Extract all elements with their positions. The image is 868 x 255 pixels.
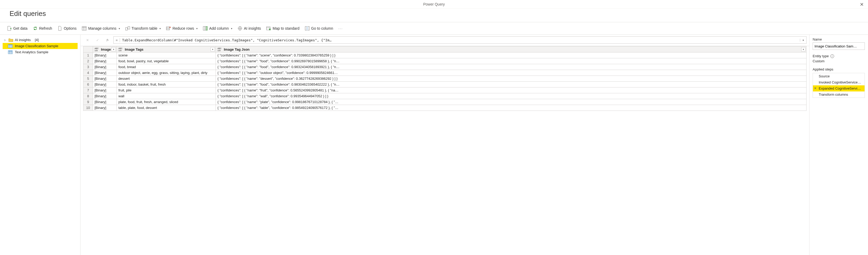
cancel-formula-button[interactable]: ✕ <box>83 36 92 44</box>
add-column-icon <box>203 26 208 31</box>
cell-image-tag-json[interactable]: { "confidences": [ { "name": "food", "co… <box>216 82 807 87</box>
options-button[interactable]: Options <box>55 25 79 32</box>
formula-input[interactable]: Table.ExpandRecordColumn(#"Invoked Cogni… <box>120 38 800 42</box>
row-number[interactable]: 2 <box>84 58 93 64</box>
column-header-image[interactable]: ABC123 Image ▾ <box>93 47 117 53</box>
cell-image-tags[interactable]: wall <box>117 93 216 99</box>
name-label: Name <box>813 37 822 41</box>
cell-image[interactable]: [Binary] <box>93 64 117 70</box>
options-label: Options <box>64 26 76 30</box>
table-row[interactable]: 8[Binary]wall{ "confidences": [ { "name"… <box>84 93 807 99</box>
cell-image-tags[interactable]: outdoor object, aerie, egg, grass, sitti… <box>117 70 216 76</box>
cell-image-tag-json[interactable]: { "confidences": [ { "name": "dessert", … <box>216 76 807 82</box>
cell-image-tags[interactable]: food, bread <box>117 64 216 70</box>
row-number[interactable]: 10 <box>84 105 93 111</box>
applied-step[interactable]: ✕Invoked CognitiveService… <box>813 79 865 85</box>
column-filter-button[interactable]: ▾ <box>211 47 215 51</box>
get-data-button[interactable]: Get data <box>5 25 30 32</box>
cell-image-tags[interactable]: food, bowl, pastry, nut, vegetable <box>117 58 216 64</box>
cell-image[interactable]: [Binary] <box>93 105 117 111</box>
row-number[interactable]: 7 <box>84 87 93 93</box>
table-row[interactable]: 9[Binary]plate, food, fruit, fresh, arra… <box>84 99 807 105</box>
cell-image[interactable]: [Binary] <box>93 82 117 87</box>
go-to-column-button[interactable]: Go to column <box>303 25 335 32</box>
data-grid: ABC123 Image ▾ ABC123 Image Tags ▾ <box>81 46 809 255</box>
chevron-down-icon: ▾ <box>231 27 232 30</box>
fx-button[interactable]: fx <box>103 36 112 44</box>
svg-text:123: 123 <box>217 50 221 51</box>
cell-image[interactable]: [Binary] <box>93 70 117 76</box>
manage-columns-button[interactable]: Manage columns ▾ <box>80 25 122 32</box>
sidebar-item[interactable]: Image Classification Sample <box>3 43 78 49</box>
cell-image-tag-json[interactable]: { "confidences": [ { "name": "fruit", "c… <box>216 87 807 93</box>
map-to-standard-button[interactable]: Map to standard <box>264 25 302 32</box>
cell-image-tag-json[interactable]: { "confidences": [ { "name": "wall", "co… <box>216 93 807 99</box>
column-header-image-tag-json[interactable]: ABC123 Image Tag Json ▾ <box>216 47 807 53</box>
cell-image[interactable]: [Binary] <box>93 87 117 93</box>
cell-image-tag-json[interactable]: { "confidences": [ { "name": "table", "c… <box>216 105 807 111</box>
table-row[interactable]: 4[Binary]outdoor object, aerie, egg, gra… <box>84 70 807 76</box>
cell-image-tags[interactable]: dessert <box>117 76 216 82</box>
cell-image-tags[interactable]: plate, food, fruit, fresh, arranged, sli… <box>117 99 216 105</box>
type-any-icon: ABC123 <box>95 47 100 51</box>
cell-image-tag-json[interactable]: { "confidences": [ { "name": "scene", "c… <box>216 53 807 58</box>
svg-text:123: 123 <box>118 50 122 51</box>
column-header-image-tags[interactable]: ABC123 Image Tags ▾ <box>117 47 216 53</box>
query-name-input[interactable] <box>813 42 865 50</box>
get-data-label: Get data <box>13 26 28 30</box>
sidebar-item[interactable]: Text Analytics Sample <box>3 49 78 55</box>
cell-image-tag-json[interactable]: { "confidences": [ { "name": "food", "co… <box>216 58 807 64</box>
cell-image[interactable]: [Binary] <box>93 53 117 58</box>
close-icon[interactable]: ✕ <box>858 1 866 8</box>
map-to-standard-label: Map to standard <box>273 26 299 30</box>
file-plus-icon <box>7 26 12 31</box>
row-number[interactable]: 4 <box>84 70 93 76</box>
column-filter-button[interactable]: ▾ <box>801 47 805 51</box>
table-row[interactable]: 7[Binary]fruit, pile{ "confidences": [ {… <box>84 87 807 93</box>
table-query-icon <box>8 50 13 54</box>
row-number[interactable]: 3 <box>84 64 93 70</box>
table-row[interactable]: 10[Binary]table, plate, food, dessert{ "… <box>84 105 807 111</box>
table-row[interactable]: 1[Binary]scene{ "confidences": [ { "name… <box>84 53 807 58</box>
table-row[interactable]: 3[Binary]food, bread{ "confidences": [ {… <box>84 64 807 70</box>
delete-step-icon[interactable]: ✕ <box>814 86 816 90</box>
table-row[interactable]: 5[Binary]dessert{ "confidences": [ { "na… <box>84 76 807 82</box>
row-number[interactable]: 9 <box>84 99 93 105</box>
add-column-button[interactable]: Add column ▾ <box>201 25 235 32</box>
row-number[interactable]: 8 <box>84 93 93 99</box>
table-row[interactable]: 6[Binary]food, indoor, basket, fruit, fr… <box>84 82 807 87</box>
table-row[interactable]: 2[Binary]food, bowl, pastry, nut, vegeta… <box>84 58 807 64</box>
formula-dropdown[interactable]: ▾ <box>800 39 806 41</box>
cell-image-tag-json[interactable]: { "confidences": [ { "name": "food", "co… <box>216 64 807 70</box>
applied-step[interactable]: ✕Source <box>813 73 865 79</box>
manage-columns-label: Manage columns <box>88 26 117 30</box>
ai-insights-button[interactable]: AI insights <box>236 25 263 32</box>
more-button[interactable]: ··· <box>336 25 345 32</box>
column-filter-button[interactable]: ▾ <box>112 47 116 51</box>
cell-image-tags[interactable]: scene <box>117 53 216 58</box>
row-number[interactable]: 1 <box>84 53 93 58</box>
column-name: Image Tag Json <box>224 48 249 51</box>
cell-image[interactable]: [Binary] <box>93 76 117 82</box>
cell-image-tags[interactable]: fruit, pile <box>117 87 216 93</box>
cell-image-tag-json[interactable]: { "confidences": [ { "name": "outdoor ob… <box>216 70 807 76</box>
refresh-button[interactable]: Refresh <box>31 25 54 32</box>
cell-image[interactable]: [Binary] <box>93 58 117 64</box>
nav-group-ai-insights[interactable]: ▷ AI insights [4] <box>3 37 78 43</box>
cell-image-tag-json[interactable]: { "confidences": [ { "name": "plate", "c… <box>216 99 807 105</box>
transform-table-button[interactable]: Transform table ▾ <box>123 25 163 32</box>
reduce-rows-button[interactable]: Reduce rows ▾ <box>164 25 200 32</box>
commit-formula-button[interactable]: ✓ <box>93 36 102 44</box>
cell-image-tags[interactable]: food, indoor, basket, fruit, fresh <box>117 82 216 87</box>
info-icon[interactable]: i <box>830 54 834 58</box>
row-number-header[interactable] <box>84 47 93 53</box>
cell-image-tags[interactable]: table, plate, food, dessert <box>117 105 216 111</box>
applied-step[interactable]: ✕Transform columns <box>813 91 865 97</box>
cell-image[interactable]: [Binary] <box>93 99 117 105</box>
row-number[interactable]: 5 <box>84 76 93 82</box>
row-number[interactable]: 6 <box>84 82 93 87</box>
cell-image[interactable]: [Binary] <box>93 93 117 99</box>
entity-type-label: Entity type <box>813 54 829 58</box>
step-label: Expanded CognitiveServic… <box>819 86 862 90</box>
applied-step[interactable]: ✕Expanded CognitiveServic… <box>813 85 865 91</box>
